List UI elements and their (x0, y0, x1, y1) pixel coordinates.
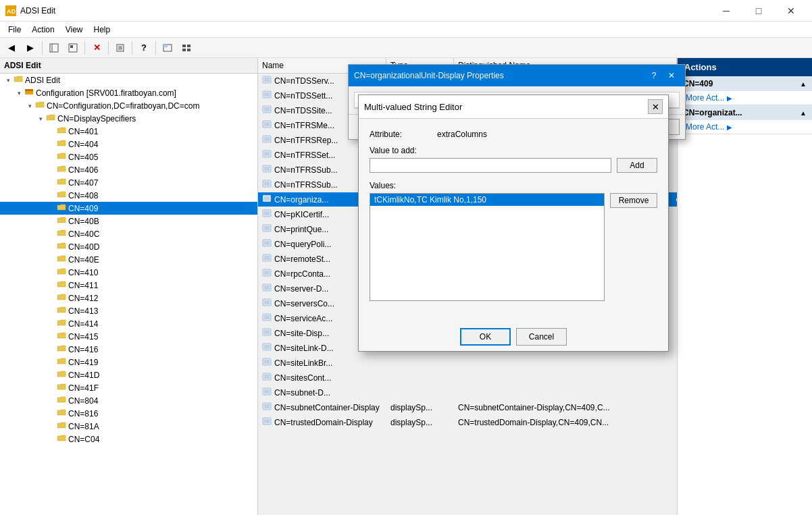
tree-item-cn-419[interactable]: CN=419 (0, 356, 257, 369)
multival-ok-btn[interactable]: OK (460, 328, 511, 346)
list-cell-name-text: CN=trustedDomain-Display (274, 418, 373, 427)
tree-item-cn-config[interactable]: ▾CN=Configuration,DC=firatboyan,DC=com (0, 99, 257, 112)
multival-value-input[interactable] (370, 158, 611, 173)
tree-item-cn-c04[interactable]: CN=C04 (0, 433, 257, 445)
tree-label-cn-40b: CN=40B (68, 217, 99, 226)
folder-icon-cn-40d (57, 241, 66, 252)
tree-item-cn-40e[interactable]: CN=40E (0, 253, 257, 266)
view4-button[interactable] (178, 40, 195, 56)
tree-item-cn-401[interactable]: CN=401 (0, 125, 257, 138)
tree-item-cn-804[interactable]: CN=804 (0, 394, 257, 407)
multival-add-btn[interactable]: Add (617, 158, 657, 173)
close-button[interactable]: ✕ (776, 0, 807, 22)
list-row[interactable]: CN=subnet-D... (258, 385, 677, 400)
action-section-organiz-header[interactable]: CN=organizat... ▲ (678, 105, 812, 120)
menu-file[interactable]: File (3, 24, 26, 36)
multival-close-btn[interactable]: ✕ (648, 99, 663, 114)
tree-item-cn-410[interactable]: CN=410 (0, 266, 257, 279)
app-icon: AD (5, 5, 16, 16)
back-button[interactable]: ◀ (3, 40, 20, 56)
multival-remove-btn[interactable]: Remove (610, 193, 657, 208)
action-section-cn409-header[interactable]: CN=409 ▲ (678, 76, 812, 91)
multival-list-item[interactable]: tCKimlikNo,TC Kimlik No,1,150 (370, 194, 604, 206)
tree-item-adsi-edit[interactable]: ▾ADSI Edit (0, 74, 257, 86)
folder-icon-cn-412 (57, 292, 66, 304)
list-cell-name: CN=siteLinkBr... (258, 356, 386, 370)
multival-attribute-value: extraColumns (437, 130, 487, 139)
tree-label-cn-414: CN=414 (68, 319, 98, 329)
tree-item-cn-41f[interactable]: CN=41F (0, 381, 257, 394)
tree-item-cn-81a[interactable]: CN=81A (0, 420, 257, 433)
list-row[interactable]: CN=trustedDomain-DisplaydisplaySp...CN=t… (258, 415, 677, 430)
list-cell-name-text: CN=nTFRSRep... (274, 136, 338, 145)
tree-item-cn-40d[interactable]: CN=40D (0, 240, 257, 253)
tree-item-cn-414[interactable]: CN=414 (0, 317, 257, 330)
view-button[interactable] (45, 40, 63, 56)
tree-item-cn-408[interactable]: CN=408 (0, 189, 257, 202)
action-more-acts-cn409-arrow: ▶ (727, 94, 732, 102)
tree-item-cn-406[interactable]: CN=406 (0, 163, 257, 176)
list-cell-name-text: CN=server-D... (274, 284, 328, 294)
menu-help[interactable]: Help (88, 24, 116, 36)
list-cell-name: CN=trustedDomain-Display (258, 415, 386, 429)
action-more-acts-organiz[interactable]: More Act... ▶ (678, 120, 812, 134)
properties-dialog-close-btn[interactable]: ✕ (663, 69, 680, 82)
tree-item-cn-816[interactable]: CN=816 (0, 407, 257, 420)
tree-item-cn-416[interactable]: CN=416 (0, 343, 257, 356)
tree-item-cn-404[interactable]: CN=404 (0, 138, 257, 151)
list-cell-name-text: CN=serviceAc... (274, 314, 332, 323)
list-row[interactable]: CN=siteLinkBr... (258, 356, 677, 371)
tree-item-cn-413[interactable]: CN=413 (0, 304, 257, 317)
action-more-acts-cn409[interactable]: More Act... ▶ (678, 91, 812, 105)
tree-item-cn-409[interactable]: CN=409 (0, 202, 257, 215)
list-row-icon (262, 327, 272, 339)
multival-title: Multi-valued String Editor (364, 102, 648, 112)
tree-label-cn-401: CN=401 (68, 127, 98, 136)
toolbar-sep-1 (42, 41, 43, 55)
list-cell-name-text: CN=printQue... (274, 225, 328, 234)
list-row-icon (262, 387, 272, 398)
menu-action[interactable]: Action (26, 24, 59, 36)
minimize-button[interactable]: ─ (711, 0, 742, 22)
forward-button[interactable]: ▶ (22, 40, 39, 56)
help-button[interactable]: ? (135, 40, 153, 56)
view3-button[interactable] (159, 40, 176, 56)
folder-icon-cn-40b (57, 215, 66, 227)
list-cell-name-text: CN=siteLink-D... (274, 344, 334, 353)
tree-item-cn-407[interactable]: CN=407 (0, 176, 257, 189)
tree-item-cn-40c[interactable]: CN=40C (0, 227, 257, 240)
list-cell-name-text: CN=nTFRSMe... (274, 121, 334, 130)
menu-view[interactable]: View (60, 24, 88, 36)
list-row[interactable]: CN=subnetContainer-DisplaydisplaySp...CN… (258, 400, 677, 415)
action-more-acts-organiz-arrow: ▶ (727, 124, 732, 131)
folder-icon-cn-411 (57, 279, 66, 291)
restore-button[interactable]: □ (743, 0, 774, 22)
tree-label-cn-404: CN=404 (68, 140, 98, 149)
tree-label-cn-419: CN=419 (68, 358, 98, 367)
tree-label-cn-409: CN=409 (68, 204, 98, 213)
list-row-icon (262, 223, 272, 235)
svg-rect-17 (25, 89, 33, 91)
tree-label-cn-407: CN=407 (68, 178, 98, 188)
tree-item-cn-415[interactable]: CN=415 (0, 330, 257, 343)
tree-item-cn-405[interactable]: CN=405 (0, 151, 257, 163)
list-row-icon (262, 149, 272, 161)
tree-item-cn-41d[interactable]: CN=41D (0, 369, 257, 381)
view2-button[interactable] (64, 40, 82, 56)
properties-button[interactable] (111, 40, 129, 56)
folder-icon-cn-41f (57, 382, 66, 394)
multival-cancel-btn[interactable]: Cancel (516, 328, 567, 346)
multival-listbox[interactable]: tCKimlikNo,TC Kimlik No,1,150 (370, 193, 605, 301)
properties-dialog-help-btn[interactable]: ? (646, 69, 662, 82)
tree-label-cn-config: CN=Configuration,DC=firatboyan,DC=com (47, 101, 199, 111)
list-row[interactable]: CN=sitesCont... (258, 371, 677, 385)
tree-item-cn-412[interactable]: CN=412 (0, 292, 257, 304)
tree-item-cn-411[interactable]: CN=411 (0, 279, 257, 292)
tree-item-cn-display[interactable]: ▾CN=DisplaySpecifiers (0, 112, 257, 125)
list-cell-name-text: CN=remoteSt... (274, 254, 330, 264)
delete-button[interactable]: ✕ (88, 40, 105, 56)
tree-item-cn-40b[interactable]: CN=40B (0, 215, 257, 227)
multival-dialog: Multi-valued String Editor ✕ Attribute: … (358, 94, 669, 352)
multival-title-bar: Multi-valued String Editor ✕ (359, 95, 668, 119)
tree-item-config-srv[interactable]: ▾Configuration [SRV001.firatboyan.com] (0, 86, 257, 99)
